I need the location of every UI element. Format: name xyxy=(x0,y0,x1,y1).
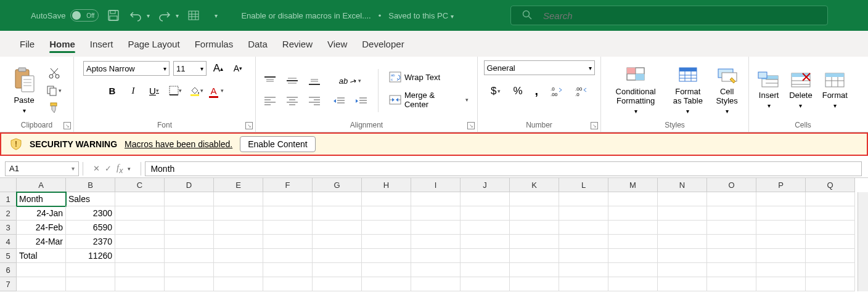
cell[interactable]: 2370 xyxy=(66,235,115,249)
comma-icon[interactable]: , xyxy=(533,83,541,99)
cell[interactable] xyxy=(411,221,461,235)
cell[interactable] xyxy=(658,206,707,221)
cell[interactable] xyxy=(806,221,855,235)
cell[interactable] xyxy=(411,277,461,291)
search-box[interactable] xyxy=(510,6,828,25)
cell[interactable]: 2300 xyxy=(66,206,115,221)
cell[interactable] xyxy=(461,235,510,249)
cell[interactable] xyxy=(263,221,313,235)
cell[interactable] xyxy=(559,263,608,277)
select-all-corner[interactable] xyxy=(0,178,17,192)
decrease-indent-icon[interactable] xyxy=(331,95,347,107)
cell[interactable] xyxy=(510,235,559,249)
cell[interactable] xyxy=(263,249,313,263)
clipboard-dialog-launcher[interactable]: ↘ xyxy=(63,122,71,129)
underline-button[interactable]: U▾ xyxy=(146,83,162,99)
column-header[interactable]: Q xyxy=(806,178,855,192)
cell[interactable] xyxy=(165,192,214,206)
insert-function-icon[interactable]: fx xyxy=(115,163,124,175)
cell[interactable] xyxy=(313,263,362,277)
cell[interactable] xyxy=(115,221,165,235)
cut-icon[interactable] xyxy=(46,67,62,80)
font-size-select[interactable]: 11▾ xyxy=(173,61,207,76)
cell[interactable] xyxy=(806,263,855,277)
vertical-scrollbar[interactable] xyxy=(858,192,868,291)
column-header[interactable]: B xyxy=(66,178,115,192)
row-header[interactable]: 4 xyxy=(0,235,17,249)
cell-styles-button[interactable]: Cell Styles▾ xyxy=(711,65,742,116)
formula-input[interactable]: Month xyxy=(145,161,862,176)
cell[interactable] xyxy=(756,277,806,291)
align-center-icon[interactable] xyxy=(284,95,300,106)
cell[interactable] xyxy=(806,206,855,221)
cell[interactable] xyxy=(313,221,362,235)
cell[interactable] xyxy=(263,192,313,206)
cell[interactable] xyxy=(510,221,559,235)
cell[interactable] xyxy=(115,206,165,221)
cell[interactable] xyxy=(608,277,658,291)
cell[interactable] xyxy=(461,263,510,277)
format-painter-icon[interactable] xyxy=(46,101,62,115)
cell[interactable] xyxy=(313,192,362,206)
cell[interactable] xyxy=(165,206,214,221)
cell[interactable] xyxy=(806,249,855,263)
tab-data[interactable]: Data xyxy=(240,34,275,54)
font-dialog-launcher[interactable]: ↘ xyxy=(245,122,253,129)
tab-home[interactable]: Home xyxy=(42,34,83,54)
cell[interactable] xyxy=(658,277,707,291)
cell[interactable] xyxy=(510,277,559,291)
cell[interactable] xyxy=(313,235,362,249)
row-header[interactable]: 7 xyxy=(0,277,17,291)
percent-icon[interactable]: % xyxy=(510,84,525,99)
align-bottom-icon[interactable] xyxy=(306,75,322,86)
cell[interactable] xyxy=(559,235,608,249)
cell[interactable] xyxy=(559,249,608,263)
cell[interactable] xyxy=(461,277,510,291)
cell[interactable] xyxy=(313,249,362,263)
cell[interactable] xyxy=(608,206,658,221)
cell[interactable] xyxy=(362,192,411,206)
column-header[interactable]: P xyxy=(756,178,806,192)
cell[interactable] xyxy=(313,277,362,291)
wrap-text-button[interactable]: abc Wrap Text xyxy=(387,71,443,83)
orientation-icon[interactable]: ab↗▾ xyxy=(337,75,364,87)
column-header[interactable]: H xyxy=(362,178,411,192)
cell[interactable] xyxy=(411,235,461,249)
cell[interactable] xyxy=(66,277,115,291)
cell[interactable] xyxy=(510,249,559,263)
cell[interactable] xyxy=(756,192,806,206)
cell[interactable] xyxy=(559,206,608,221)
row-header[interactable]: 1 xyxy=(0,192,17,206)
redo-icon[interactable] xyxy=(157,8,172,23)
cell[interactable] xyxy=(707,221,756,235)
autosave-toggle[interactable]: Off xyxy=(70,9,99,22)
decrease-decimal-icon[interactable]: .00.0 xyxy=(573,84,590,98)
row-header[interactable]: 3 xyxy=(0,221,17,235)
cell[interactable] xyxy=(362,206,411,221)
cell[interactable]: 24-Jan xyxy=(17,206,66,221)
cell[interactable] xyxy=(756,249,806,263)
cell[interactable] xyxy=(707,263,756,277)
cell[interactable] xyxy=(411,263,461,277)
tab-insert[interactable]: Insert xyxy=(83,34,121,54)
cell[interactable]: 6590 xyxy=(66,221,115,235)
tab-review[interactable]: Review xyxy=(275,34,320,54)
column-header[interactable]: C xyxy=(115,178,165,192)
merge-center-button[interactable]: Merge & Center▾ xyxy=(387,89,471,110)
cell[interactable] xyxy=(165,235,214,249)
cell[interactable] xyxy=(658,192,707,206)
cell[interactable]: Sales xyxy=(66,192,115,206)
cell[interactable]: 24-Feb xyxy=(17,221,66,235)
cell[interactable] xyxy=(806,277,855,291)
format-button[interactable]: Format▾ xyxy=(819,71,851,110)
column-header[interactable]: G xyxy=(313,178,362,192)
column-header[interactable]: M xyxy=(608,178,658,192)
cell[interactable] xyxy=(707,192,756,206)
tab-formulas[interactable]: Formulas xyxy=(187,34,241,54)
cell[interactable] xyxy=(658,235,707,249)
column-header[interactable]: D xyxy=(165,178,214,192)
cell[interactable] xyxy=(17,277,66,291)
cell[interactable] xyxy=(707,206,756,221)
redo-dropdown[interactable]: ▾ xyxy=(176,12,179,19)
column-header[interactable]: K xyxy=(510,178,559,192)
